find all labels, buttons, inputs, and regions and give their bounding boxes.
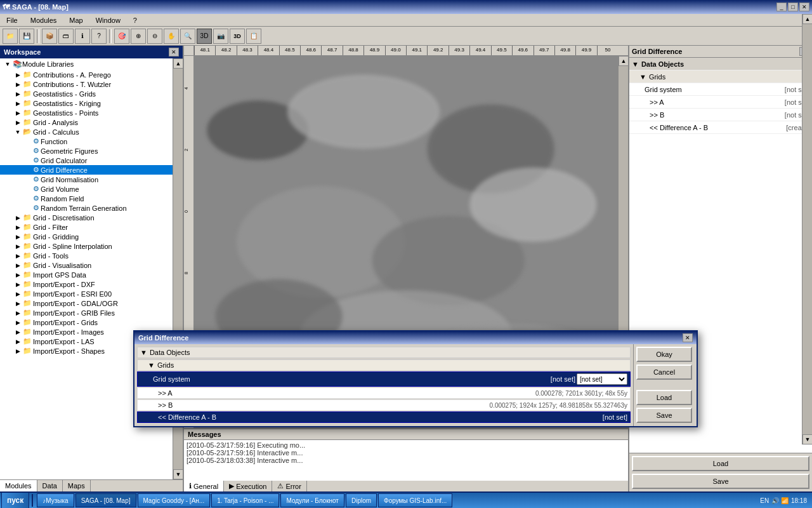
tree-item-grid-calculus[interactable]: ▼ 📂 Grid - Calculus: [0, 127, 173, 137]
tree-item-import-grids[interactable]: ▶ 📁 Import/Export - Grids: [0, 318, 173, 327]
msg-tab-execution[interactable]: ▶ Execution: [224, 481, 272, 491]
minimize-button[interactable]: _: [776, 3, 787, 11]
rp-scroll-down[interactable]: ▼: [802, 434, 812, 444]
map-scroll-up[interactable]: ▲: [619, 56, 628, 66]
tree-item-geostat-points[interactable]: ▶ 📁 Geostatistics - Points: [0, 108, 173, 117]
folder-icon-discretisation: 📁: [23, 213, 32, 222]
tree-item-import-gps[interactable]: ▶ 📁 Import GPS Data: [0, 270, 173, 279]
taskbar-tarja[interactable]: 1. Tarja - Poison - ...: [211, 493, 279, 507]
tree-item-grid-vis[interactable]: ▶ 📁 Grid - Visualisation: [0, 260, 173, 270]
tree-item-grid-discretisation[interactable]: ▶ 📁 Grid - Discretisation: [0, 213, 173, 222]
prop-row-a[interactable]: >> A [not set]: [629, 96, 812, 109]
rp-save-button[interactable]: Save: [632, 474, 809, 489]
scroll-down-btn[interactable]: ▼: [173, 469, 183, 479]
ws-tab-maps[interactable]: Maps: [63, 480, 91, 491]
rp-load-button[interactable]: Load: [632, 456, 809, 471]
modal-okay-button[interactable]: Okay: [636, 347, 692, 362]
tree-item-geostat-kriging[interactable]: ▶ 📁 Geostatistics - Kriging: [0, 98, 173, 108]
toolbar-map-tool-5[interactable]: 🔍: [180, 29, 195, 44]
ws-tab-data[interactable]: Data: [37, 480, 63, 491]
toolbar: 📁 💾 📦 🗃 ℹ ? 🎯 ⊕ ⊖ ✋ 🔍 3D 📷 3D 📋: [0, 27, 812, 46]
error-icon: ⚠: [277, 482, 284, 490]
tree-item-import-gdal[interactable]: ▶ 📁 Import/Export - GDAL/OGR: [0, 298, 173, 308]
toolbar-map-tool-4[interactable]: ✋: [164, 29, 179, 44]
menu-map[interactable]: Map: [65, 15, 86, 25]
toolbar-map-tool-6[interactable]: 3D: [197, 29, 212, 44]
scroll-up-btn[interactable]: ▲: [173, 58, 183, 69]
prop-row-diff[interactable]: << Difference A - B [create]: [629, 121, 812, 134]
toolbar-open[interactable]: 📁: [3, 29, 18, 44]
maximize-button[interactable]: □: [788, 3, 798, 11]
taskbar-diplom[interactable]: Diplom: [346, 493, 377, 507]
tree-item-import-dxf[interactable]: ▶ 📁 Import/Export - DXF: [0, 279, 173, 289]
tree-item-grid-tools[interactable]: ▶ 📁 Grid - Tools: [0, 251, 173, 260]
tree-item-import-grib[interactable]: ▶ 📁 Import/Export - GRIB Files: [0, 308, 173, 318]
modal-row-grid-system[interactable]: Grid system [not set] [not set]: [137, 371, 631, 387]
tree-item-function[interactable]: ⚙ Function: [0, 137, 173, 146]
tree-item-contributions-a[interactable]: ▶ 📁 Contributions - A. Perego: [0, 70, 173, 79]
tree-root[interactable]: ▼ 📚 Module Libraries: [0, 58, 173, 70]
modal-load-button[interactable]: Load: [636, 390, 692, 405]
ruler-tick-17: 49.7: [534, 46, 554, 55]
taskbar-time: 18:18: [791, 497, 807, 504]
tree-item-grid-filter[interactable]: ▶ 📁 Grid - Filter: [0, 222, 173, 232]
msg-tab-general[interactable]: ℹ General: [184, 481, 224, 491]
messages-body: [2010-05-23/17:59:16] Executing mo... [2…: [184, 440, 628, 481]
tree-item-grid-analysis[interactable]: ▶ 📁 Grid - Analysis: [0, 117, 173, 127]
tree-item-grid-calc[interactable]: ⚙ Grid Calculator: [0, 156, 173, 165]
toolbar-info[interactable]: ℹ: [75, 29, 90, 44]
tree-item-geometric[interactable]: ⚙ Geometric Figures: [0, 146, 173, 156]
rp-scroll-track[interactable]: [802, 58, 812, 434]
menu-file[interactable]: File: [3, 15, 22, 25]
prop-label-a: >> A: [650, 98, 759, 106]
taskbar-forums-label: Форумы GIS-Lab.inf...: [384, 497, 447, 504]
modal-close-button[interactable]: ✕: [683, 333, 693, 342]
taskbar-music[interactable]: ♪ Музыка: [37, 493, 74, 507]
modal-row-b[interactable]: >> B 0.000275; 1924x 1257y; 48.981858x 5…: [137, 399, 631, 411]
tree-item-grid-norm[interactable]: ⚙ Grid Normalisation: [0, 175, 173, 184]
toolbar-map-tool-2[interactable]: ⊕: [131, 29, 146, 44]
msg-tab-error[interactable]: ⚠ Error: [272, 481, 306, 491]
tree-item-grid-spline[interactable]: ▶ 📁 Grid - Spline Interpolation: [0, 241, 173, 251]
folder-icon-gridding: 📁: [23, 232, 32, 241]
toolbar-modules[interactable]: 📦: [42, 29, 57, 44]
tree-item-random-field[interactable]: ⚙ Random Field: [0, 194, 173, 203]
menu-help[interactable]: ?: [129, 15, 141, 25]
prop-row-b[interactable]: >> B [not set]: [629, 109, 812, 121]
modal-cancel-button[interactable]: Cancel: [636, 364, 692, 380]
taskbar-blocknot[interactable]: Модули - Блокнот: [280, 493, 344, 507]
tree-item-grid-vol[interactable]: ⚙ Grid Volume: [0, 184, 173, 194]
toolbar-map-tool-3[interactable]: ⊖: [147, 29, 162, 44]
toolbar-3d[interactable]: 3D: [230, 29, 245, 44]
tree-item-grid-gridding[interactable]: ▶ 📁 Grid - Gridding: [0, 232, 173, 241]
ws-tab-modules[interactable]: Modules: [0, 480, 37, 491]
module-icon-function: ⚙: [33, 137, 39, 145]
tree-item-contributions-t[interactable]: ▶ 📁 Contributions - T. Wutzler: [0, 79, 173, 89]
tree-item-geostat-grids[interactable]: ▶ 📁 Geostatistics - Grids: [0, 89, 173, 98]
prop-row-grid-system[interactable]: Grid system [not set]: [629, 83, 812, 96]
workspace-close[interactable]: ✕: [169, 48, 179, 57]
menu-window[interactable]: Window: [92, 15, 124, 25]
toolbar-data[interactable]: 🗃: [58, 29, 74, 44]
taskbar-magic[interactable]: Magic Gooddy - [Ан...: [138, 493, 211, 507]
tree-item-grid-diff[interactable]: ⚙ Grid Difference: [0, 165, 173, 175]
taskbar-forums[interactable]: Форумы GIS-Lab.inf...: [378, 493, 452, 507]
toolbar-save[interactable]: 💾: [19, 29, 34, 44]
modal-label-grid-system: Grid system: [153, 375, 551, 383]
tree-item-import-esri[interactable]: ▶ 📁 Import/Export - ESRI E00: [0, 289, 173, 298]
start-button[interactable]: пуск: [1, 492, 29, 508]
modal-dropdown-grid-system[interactable]: [not set]: [577, 373, 627, 385]
menu-modules[interactable]: Modules: [27, 15, 61, 25]
toolbar-layout[interactable]: 📋: [246, 29, 261, 44]
toolbar-map-tool-1[interactable]: 🎯: [114, 29, 129, 44]
taskbar-saga[interactable]: SAGA - [08. Map]: [75, 493, 136, 507]
modal-save-button[interactable]: Save: [636, 408, 692, 423]
toolbar-map-tool-7[interactable]: 📷: [213, 29, 228, 44]
toolbar-help[interactable]: ?: [91, 29, 107, 44]
modal-row-a[interactable]: >> A 0.000278; 7201x 3601y; 48x 55y: [137, 387, 631, 399]
modal-row-diff[interactable]: << Difference A - B [not set]: [137, 411, 631, 423]
right-panel-buttons: Load Save: [629, 453, 812, 491]
tree-item-random-terrain[interactable]: ⚙ Random Terrain Generation: [0, 203, 173, 213]
close-button[interactable]: ✕: [799, 3, 809, 11]
module-icon-grid-calc: ⚙: [33, 156, 39, 164]
